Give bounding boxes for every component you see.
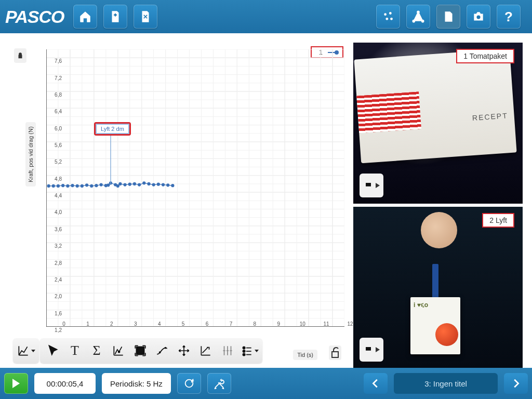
image-card-1: 1 Tomatpaket xyxy=(353,43,523,204)
svg-point-4 xyxy=(417,11,419,13)
svg-point-130 xyxy=(118,351,120,353)
chart-panel: Kraft, pos vid drag (N) 1 1,21,62,02,42,… xyxy=(9,43,350,368)
pan-tool-button[interactable] xyxy=(173,340,195,361)
svg-point-128 xyxy=(171,184,174,187)
svg-point-100 xyxy=(47,184,50,188)
sample-rate-display[interactable]: Periodisk: 5 Hz xyxy=(102,373,171,394)
fit-curve-button[interactable] xyxy=(151,340,173,361)
tools-button[interactable] xyxy=(207,373,231,394)
plot-svg xyxy=(46,49,344,327)
svg-point-120 xyxy=(133,182,136,185)
geometry-button[interactable] xyxy=(406,5,430,29)
svg-point-122 xyxy=(142,181,145,184)
play-icon xyxy=(12,379,20,388)
svg-rect-131 xyxy=(136,347,144,354)
sensors-button[interactable] xyxy=(376,5,400,29)
svg-point-119 xyxy=(128,183,131,186)
image-1-label[interactable]: 1 Tomatpaket xyxy=(456,49,514,63)
play-icon xyxy=(376,183,380,188)
plot-region[interactable]: 1,21,62,02,42,83,23,64,04,44,85,25,66,06… xyxy=(46,49,344,327)
svg-point-103 xyxy=(61,184,64,187)
image-1-inspect-button[interactable] xyxy=(360,174,383,197)
svg-point-0 xyxy=(384,13,387,16)
svg-point-118 xyxy=(123,183,126,186)
svg-point-126 xyxy=(162,183,165,186)
close-file-button[interactable] xyxy=(134,5,157,29)
svg-point-124 xyxy=(152,183,155,186)
svg-point-110 xyxy=(95,184,98,187)
record-play-button[interactable] xyxy=(4,373,28,394)
scale-tool-button[interactable] xyxy=(195,340,217,361)
image-2-label[interactable]: 2 Lyft xyxy=(482,213,514,228)
x-axis-label[interactable]: Tid (s) xyxy=(293,350,317,360)
svg-point-102 xyxy=(57,184,60,188)
svg-point-133 xyxy=(159,352,161,353)
coords-tool-button[interactable] xyxy=(108,340,129,361)
y-axis-lock-button[interactable] xyxy=(14,48,26,63)
chart-area[interactable]: Kraft, pos vid drag (N) 1 1,21,62,02,42,… xyxy=(29,46,345,337)
next-page-button[interactable] xyxy=(504,373,528,394)
svg-point-104 xyxy=(66,184,69,188)
play-icon xyxy=(376,347,380,352)
svg-point-105 xyxy=(71,184,74,187)
series-options-button[interactable] xyxy=(238,340,260,361)
page-button xyxy=(436,5,460,29)
svg-point-138 xyxy=(367,348,369,349)
svg-point-135 xyxy=(243,350,245,352)
svg-point-107 xyxy=(81,184,84,188)
svg-point-137 xyxy=(367,183,369,185)
chart-type-button[interactable] xyxy=(15,340,37,361)
bottom-toolbar: 00:00:05,4 Periodisk: 5 Hz 3: Ingen tite… xyxy=(0,368,532,399)
svg-point-6 xyxy=(422,20,423,22)
svg-point-5 xyxy=(413,20,415,22)
svg-point-117 xyxy=(118,182,122,185)
svg-point-3 xyxy=(390,18,393,20)
cursor-tool-button[interactable] xyxy=(42,340,64,361)
svg-point-136 xyxy=(243,353,245,355)
stats-tool-button[interactable]: Σ xyxy=(86,340,108,361)
image-panel: 1 Tomatpaket 2 Lyft xyxy=(353,43,523,368)
svg-point-127 xyxy=(166,183,169,187)
svg-point-2 xyxy=(385,18,388,20)
svg-point-125 xyxy=(157,183,160,186)
svg-point-7 xyxy=(476,16,480,19)
workspace: Kraft, pos vid drag (N) 1 1,21,62,02,42,… xyxy=(0,33,532,368)
svg-point-123 xyxy=(147,182,150,185)
chart-annotation[interactable]: Lyft 2 dm xyxy=(94,122,131,136)
multi-axis-button[interactable] xyxy=(217,340,238,361)
svg-point-109 xyxy=(90,184,93,188)
image-2-inspect-button[interactable] xyxy=(360,338,383,362)
camera-button[interactable] xyxy=(467,5,490,29)
page-title-display[interactable]: 3: Ingen titel xyxy=(394,373,498,394)
help-button[interactable]: ? xyxy=(497,5,521,29)
elapsed-time-display[interactable]: 00:00:05,4 xyxy=(34,373,96,394)
image-card-2: 2 Lyft xyxy=(353,207,523,368)
chart-toolbar: T Σ xyxy=(13,338,262,363)
svg-point-106 xyxy=(76,184,79,188)
svg-point-101 xyxy=(52,184,55,188)
svg-point-108 xyxy=(85,183,88,187)
svg-point-1 xyxy=(389,12,392,15)
home-button[interactable] xyxy=(73,5,97,29)
svg-point-121 xyxy=(138,183,141,186)
photo-1-box xyxy=(354,49,516,163)
svg-point-132 xyxy=(165,348,166,349)
top-toolbar: PASCO ? xyxy=(0,0,532,33)
svg-point-134 xyxy=(243,347,245,349)
sampling-mode-button[interactable] xyxy=(177,373,201,394)
zoom-fit-button[interactable] xyxy=(129,340,151,361)
x-axis-lock-button[interactable] xyxy=(329,345,341,360)
svg-point-111 xyxy=(100,183,103,186)
app-logo: PASCO xyxy=(5,7,64,27)
text-tool-button[interactable]: T xyxy=(64,340,86,361)
y-axis-label[interactable]: Kraft, pos vid drag (N) xyxy=(25,122,36,187)
prev-page-button[interactable] xyxy=(364,373,388,394)
new-file-button[interactable] xyxy=(103,5,127,29)
